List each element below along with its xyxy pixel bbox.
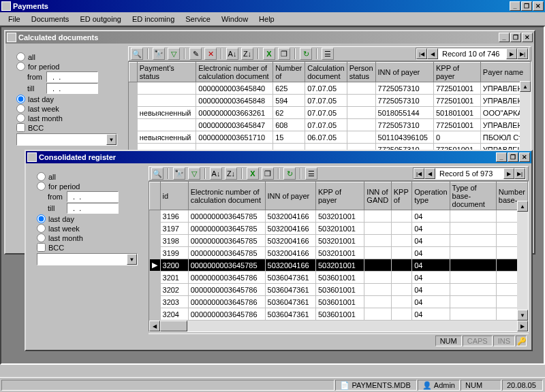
nav-last-icon[interactable]: ▶| — [514, 168, 525, 179]
cons-close-button[interactable]: ✕ — [519, 152, 530, 162]
cell[interactable]: 772501001 — [433, 95, 480, 107]
row-header[interactable] — [129, 82, 138, 95]
calc-bcc-combo[interactable]: ▼ — [16, 133, 117, 146]
nav-prev-icon[interactable]: ◀ — [427, 48, 438, 59]
column-header[interactable]: Electronic number of calculation documen… — [196, 63, 273, 82]
cell[interactable] — [450, 284, 496, 296]
cons-radio-for-period[interactable]: for period — [37, 182, 138, 191]
cell[interactable]: невыясненный — [137, 107, 196, 119]
cell[interactable]: 0000000003645785 — [188, 235, 265, 247]
cell[interactable]: 608 — [273, 119, 305, 131]
column-header[interactable]: Number of — [273, 63, 305, 82]
refresh-icon[interactable]: ↻ — [300, 48, 312, 60]
cell[interactable]: 5036047361 — [265, 296, 315, 308]
cell[interactable]: 62 — [273, 107, 305, 119]
search-icon[interactable]: 🔍 — [131, 48, 143, 60]
cell[interactable] — [450, 308, 496, 321]
cell[interactable] — [450, 272, 496, 284]
app-maximize-button[interactable]: ❐ — [521, 1, 532, 11]
row-header[interactable] — [150, 235, 161, 247]
sort-asc-icon[interactable]: A↓ — [226, 48, 238, 60]
table-row[interactable]: 3196000000000364578550320041665032010010… — [150, 210, 528, 223]
excel-icon[interactable]: X — [247, 167, 259, 180]
cell[interactable]: 5036047361 — [265, 284, 315, 296]
calc-from-input[interactable] — [46, 71, 98, 82]
cell[interactable] — [391, 223, 411, 235]
cell[interactable] — [450, 247, 496, 259]
calc-till-input[interactable] — [46, 83, 98, 94]
table-row[interactable]: ▶320000000000036457855032004166503201001… — [150, 259, 528, 272]
column-header[interactable] — [150, 182, 161, 210]
cell[interactable]: 5018055144 — [375, 107, 433, 119]
cell[interactable]: 0000000003645848 — [196, 95, 273, 107]
sort-desc-icon[interactable]: Z↓ — [225, 167, 237, 180]
calc-radio-last-week[interactable]: last week — [16, 104, 117, 113]
cell[interactable]: 7725057310 — [375, 119, 433, 131]
cell[interactable]: 0000000003645786 — [188, 272, 265, 284]
table-row[interactable]: невыясненный00000000036632616207.07.0550… — [129, 107, 531, 119]
cell[interactable]: 5032004166 — [265, 210, 315, 223]
cell[interactable]: 04 — [412, 223, 450, 235]
cons-hscroll[interactable]: ◀▶ — [149, 321, 528, 331]
cell[interactable]: 3196 — [160, 210, 188, 223]
cell[interactable]: 04 — [412, 235, 450, 247]
cell[interactable]: 0000000003645847 — [196, 119, 273, 131]
table-row[interactable]: 3202000000000364578650360473615036010010… — [150, 284, 528, 296]
cell[interactable] — [391, 259, 411, 272]
cell[interactable] — [364, 284, 391, 296]
binoculars-icon[interactable]: 🔭 — [153, 48, 165, 60]
edit-icon[interactable]: ✎ — [189, 48, 202, 60]
cell[interactable] — [391, 247, 411, 259]
column-header[interactable]: KPP of — [391, 182, 411, 210]
row-header[interactable] — [150, 272, 161, 284]
cell[interactable]: 503601001 — [315, 296, 364, 308]
table-row[interactable]: 000000000364584859407.07.057725057310772… — [129, 95, 531, 107]
menu-window[interactable]: Window — [216, 14, 253, 24]
search-icon[interactable]: 🔍 — [151, 167, 164, 180]
row-header[interactable] — [150, 284, 161, 296]
column-header[interactable]: KPP of payer — [433, 63, 480, 82]
calc-radio-all[interactable]: all — [16, 52, 117, 61]
row-header[interactable] — [150, 308, 161, 321]
cell[interactable]: 04 — [412, 284, 450, 296]
calc-radio-for-period[interactable]: for period — [16, 62, 117, 71]
sort-desc-icon[interactable]: Z↓ — [241, 48, 253, 60]
nav-prev-icon[interactable]: ◀ — [424, 168, 435, 179]
cell[interactable]: 3202 — [160, 284, 188, 296]
cell[interactable]: 625 — [273, 82, 305, 95]
cons-from-input[interactable] — [67, 191, 119, 202]
cons-radio-last-week[interactable]: last week — [37, 224, 138, 233]
cons-grid[interactable]: idElectronic number of calculation docum… — [149, 181, 529, 332]
cell[interactable]: 5032004166 — [265, 223, 315, 235]
calc-minimize-button[interactable]: _ — [499, 33, 510, 42]
cell[interactable]: 501104396105 — [375, 131, 433, 144]
cell[interactable]: 503201001 — [315, 235, 364, 247]
calc-titlebar[interactable]: Calculated documents _ ❐ ✕ — [5, 31, 534, 44]
table-row[interactable]: 3198000000000364578550320041665032010010… — [150, 235, 528, 247]
cell[interactable]: 503601001 — [315, 308, 364, 321]
row-header[interactable]: ▶ — [150, 259, 161, 272]
cell[interactable]: 07.07.05 — [305, 82, 347, 95]
cell[interactable]: 3197 — [160, 223, 188, 235]
menu-ed-incoming[interactable]: ED incoming — [127, 14, 180, 24]
cons-radio-all[interactable]: all — [37, 172, 138, 181]
calc-close-button[interactable]: ✕ — [522, 33, 533, 42]
cell[interactable] — [137, 119, 196, 131]
properties-icon[interactable]: ☰ — [305, 167, 317, 180]
row-header[interactable] — [150, 247, 161, 259]
cons-vscroll[interactable]: ▲▼ — [517, 201, 528, 321]
cell[interactable]: 07.07.05 — [305, 119, 347, 131]
cell[interactable]: 3201 — [160, 272, 188, 284]
cell[interactable] — [391, 235, 411, 247]
cons-check-bcc[interactable]: BCC — [37, 243, 138, 252]
filter-icon[interactable]: ▽ — [188, 167, 200, 180]
copy-icon[interactable]: ❐ — [278, 48, 290, 60]
nav-next-icon[interactable]: ▶ — [506, 48, 517, 59]
cons-bcc-combo[interactable]: ▼ — [37, 253, 138, 265]
cell[interactable]: 3200 — [160, 259, 188, 272]
table-row[interactable]: 3204000000000364578650360473615036010010… — [150, 308, 528, 321]
cell[interactable]: 503601001 — [315, 284, 364, 296]
cell[interactable]: 501801001 — [433, 107, 480, 119]
cell[interactable]: 503201001 — [315, 210, 364, 223]
nav-last-icon[interactable]: ▶| — [517, 48, 528, 59]
